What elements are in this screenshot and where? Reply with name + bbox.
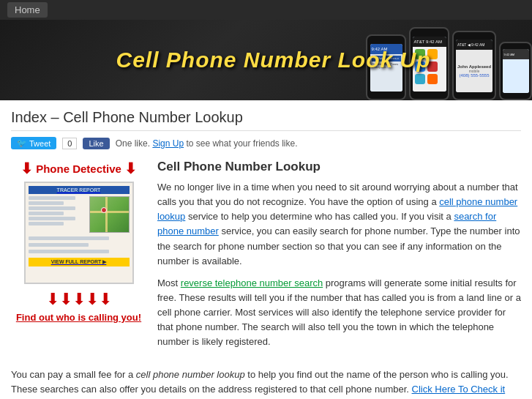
- tracker-map-area: [29, 196, 130, 233]
- arrow3-icon: ⬇: [72, 290, 86, 309]
- article-title: Cell Phone Number Lookup: [157, 160, 521, 174]
- tracker-report-link[interactable]: TRACER REPORT: [24, 182, 134, 284]
- lower-content: You can pay a small fee for a cell phone…: [11, 368, 521, 399]
- banner: Cell Phone Number Look Up 9:42 AM http:/…: [0, 20, 532, 100]
- main-content: Index – Cell Phone Number Lookup 🐦 Tweet…: [0, 100, 532, 399]
- arrow4-icon: ⬇: [86, 290, 99, 309]
- right-column: Cell Phone Number Lookup We no longer li…: [157, 160, 521, 357]
- bird-icon: 🐦: [17, 138, 27, 148]
- like-button[interactable]: Like: [83, 138, 109, 149]
- arrow-left-icon: ⬇: [20, 160, 33, 177]
- tracker-map: [89, 196, 130, 233]
- banner-title: Cell Phone Number Look Up: [116, 48, 430, 72]
- find-out-text: Find out who is calling you!: [16, 312, 141, 323]
- tracker-report-header: TRACER REPORT: [29, 186, 130, 194]
- arrow5-icon: ⬇: [99, 290, 112, 309]
- social-text: One like. Sign Up to see what your frien…: [116, 138, 298, 149]
- navigation-bar: Home: [0, 0, 532, 20]
- search-phone-link[interactable]: search for phone number: [157, 211, 496, 236]
- reverse-search-link-1[interactable]: reverse telephone number search: [181, 277, 323, 288]
- two-column-layout: ⬇ Phone Detective ⬇ TRACER REPORT: [11, 160, 521, 357]
- arrows-row: ⬇ ⬇ ⬇ ⬇ ⬇: [46, 290, 112, 309]
- phone-detective-box: ⬇ Phone Detective ⬇ TRACER REPORT: [11, 160, 146, 323]
- tweet-button[interactable]: 🐦 Tweet: [11, 137, 56, 149]
- page-title: Index – Cell Phone Number Lookup: [11, 109, 521, 131]
- arrow2-icon: ⬇: [59, 290, 72, 309]
- phone-device-3: AT&T ◀ 9:42 AM John Appleseed mobile (40…: [452, 31, 496, 100]
- sign-up-link[interactable]: Sign Up: [152, 138, 184, 149]
- tweet-count: 0: [62, 138, 77, 149]
- left-column: ⬇ Phone Detective ⬇ TRACER REPORT: [11, 160, 146, 357]
- phone-device-4: 9:42 AM: [499, 42, 532, 100]
- arrow-right-icon: ⬇: [124, 160, 137, 177]
- social-bar: 🐦 Tweet 0 Like One like. Sign Up to see …: [11, 137, 521, 149]
- article-para-2: Most reverse telephone number search pro…: [157, 276, 521, 350]
- arrow1-icon: ⬇: [46, 290, 59, 309]
- phone-detective-title: ⬇ Phone Detective ⬇: [20, 160, 137, 177]
- find-out-link[interactable]: Find out who is calling you!: [16, 309, 141, 323]
- tracker-report-image: TRACER REPORT: [24, 182, 134, 284]
- article-para-1: We no longer live in a time when you nee…: [157, 180, 521, 269]
- tracker-lines: [29, 196, 87, 233]
- article-para-3: You can pay a small fee for a cell phone…: [11, 368, 521, 399]
- home-nav-link[interactable]: Home: [7, 2, 48, 18]
- italic-text-1: cell phone number lookup: [136, 369, 245, 380]
